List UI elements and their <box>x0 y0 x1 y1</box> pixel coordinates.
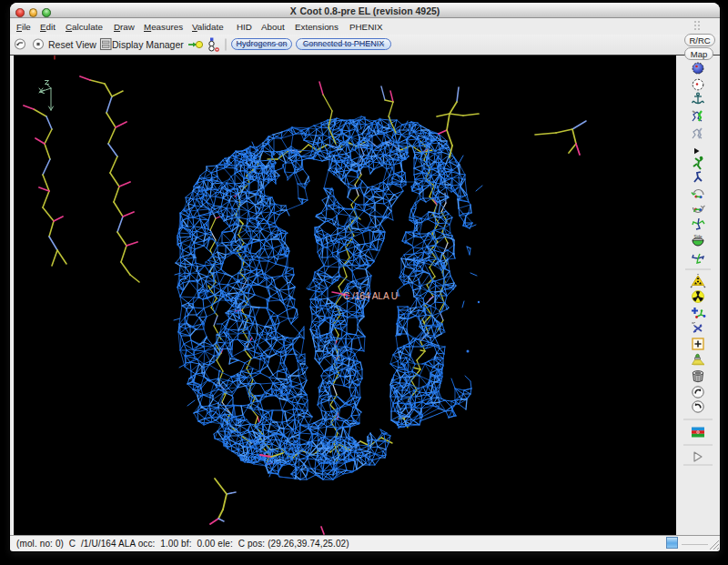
svg-text:C /164 ALA U: C /164 ALA U <box>343 291 398 301</box>
